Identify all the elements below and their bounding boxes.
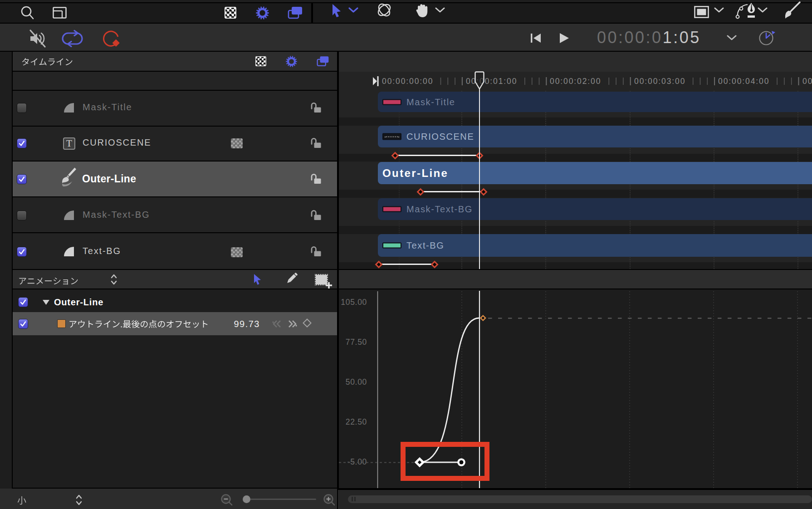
svg-text:00:00:01:00: 00:00:01:00 xyxy=(466,77,517,86)
svg-text:00:00:03:00: 00:00:03:00 xyxy=(634,77,685,86)
svg-text:00:00:04:00: 00:00:04:00 xyxy=(718,77,769,86)
svg-text:00:00:00:00: 00:00:00:00 xyxy=(382,77,433,86)
svg-text:00:00:02:00: 00:00:02:00 xyxy=(550,77,601,86)
svg-text:105.00: 105.00 xyxy=(341,298,367,307)
svg-text:00: 00 xyxy=(802,77,812,86)
svg-text:-5.00: -5.00 xyxy=(347,457,367,466)
svg-text:77.50: 77.50 xyxy=(346,338,367,347)
svg-text:50.00: 50.00 xyxy=(346,377,367,387)
svg-text:22.50: 22.50 xyxy=(346,417,367,426)
